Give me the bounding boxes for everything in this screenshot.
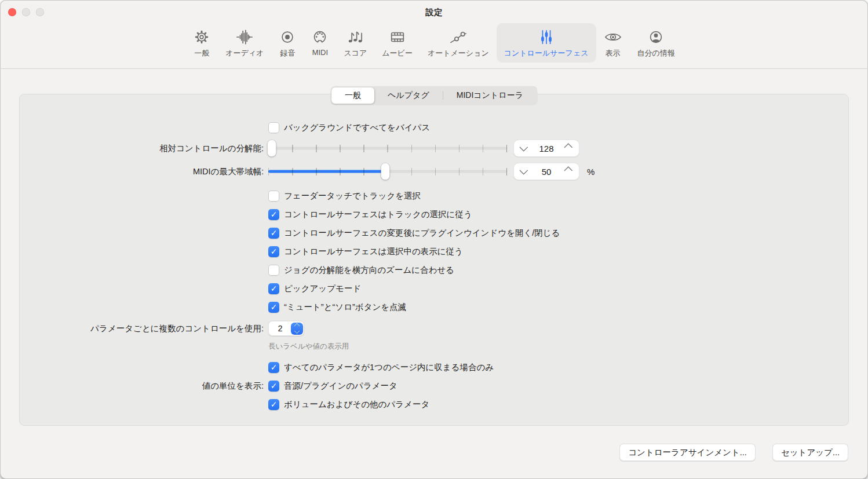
row-flash-mute-solo: ✓ “ミュート”と“ソロ”ボタンを点滅	[20, 298, 848, 316]
bandwidth-slider-thumb[interactable]	[381, 163, 389, 180]
check-icon: ✓	[271, 400, 278, 408]
tab-general[interactable]: 一般	[331, 87, 374, 104]
toolbar-item-score[interactable]: スコア	[336, 23, 374, 63]
check-icon: ✓	[271, 284, 278, 292]
toolbar-item-label: スコア	[344, 48, 367, 58]
check-icon: ✓	[271, 303, 278, 311]
row-units-volume: ✓ ボリュームおよびその他のパラメータ	[20, 395, 848, 414]
toolbar-item-label: コントロールサーフェス	[504, 48, 589, 58]
tab-bar: 一般 ヘルプタグ MIDIコントローラ	[331, 86, 537, 105]
settings-toolbar: 一般 オーディオ 録音	[0, 23, 868, 63]
midi-connector-icon	[311, 28, 329, 46]
row-plugin-window: ✓ コントロールサーフェスの変更後にプラグインウインドウを開く/閉じる	[20, 224, 848, 242]
gear-icon	[193, 28, 210, 46]
show-units-label: 値の単位を表示:	[20, 381, 264, 392]
bypass-label: バックグラウンドですべてをバイパス	[284, 122, 430, 133]
toolbar-item-my-info[interactable]: 自分の情報	[630, 23, 683, 63]
controller-assignments-button[interactable]: コントローラアサインメント...	[619, 444, 756, 461]
toolbar-item-label: 表示	[606, 48, 621, 58]
row-jog-resolution: ✓ ジョグの分解能を横方向のズームに合わせる	[20, 261, 848, 279]
tab-midi-controllers[interactable]: MIDIコントローラ	[443, 87, 537, 104]
general-tab-content: ✓ バックグラウンドですべてをバイパス 相対コントロールの分解能: 128	[20, 94, 848, 414]
flash-mute-solo-checkbox[interactable]: ✓	[268, 302, 279, 313]
bandwidth-value[interactable]: 50	[527, 167, 566, 177]
check-icon: ✓	[271, 382, 278, 390]
popup-updown-icon	[291, 323, 303, 335]
follow-view-checkbox[interactable]: ✓	[268, 246, 279, 257]
resolution-stepper[interactable]: 128	[513, 140, 579, 157]
toolbar-item-label: 一般	[194, 48, 209, 58]
toolbar-item-general[interactable]: 一般	[185, 23, 218, 63]
units-instrument-checkbox[interactable]: ✓	[268, 381, 279, 392]
waveform-icon	[236, 28, 253, 46]
record-icon	[279, 28, 296, 46]
eye-icon	[604, 28, 622, 46]
popup-value: 2	[269, 324, 291, 333]
toolbar-item-label: 録音	[280, 48, 295, 58]
bypass-checkbox[interactable]: ✓	[268, 122, 279, 133]
resolution-slider[interactable]	[268, 140, 507, 157]
toolbar-item-label: オーディオ	[225, 48, 264, 58]
plugin-window-checkbox[interactable]: ✓	[268, 228, 279, 239]
check-icon: ✓	[271, 210, 278, 218]
user-icon	[647, 28, 665, 46]
fit-one-page-checkbox[interactable]: ✓	[268, 362, 279, 373]
tab-help-tags[interactable]: ヘルプタグ	[374, 87, 443, 104]
toolbar-item-movie[interactable]: ムービー	[374, 23, 420, 63]
multiple-controls-helper: 長いラベルや値の表示用	[268, 342, 349, 352]
row-fader-touch: ✓ フェーダータッチでトラックを選択	[20, 187, 848, 205]
toolbar-item-control-surfaces[interactable]: コントロールサーフェス	[497, 23, 596, 63]
settings-window: 設定 一般	[0, 0, 868, 479]
check-icon: ✓	[271, 247, 278, 255]
bandwidth-label: MIDIの最大帯域幅:	[20, 166, 264, 177]
fader-touch-checkbox[interactable]: ✓	[268, 191, 279, 202]
toolbar-item-audio[interactable]: オーディオ	[218, 23, 271, 63]
row-fit-one-page: ✓ すべてのパラメータが1つのページ内に収まる場合のみ	[20, 358, 848, 376]
row-bandwidth: MIDIの最大帯域幅: 50 %	[20, 160, 848, 183]
pickup-mode-checkbox[interactable]: ✓	[268, 283, 279, 294]
row-units-instrument: 値の単位を表示: ✓ 音源/プラグインのパラメータ	[20, 376, 848, 395]
row-follow-view: ✓ コントロールサーフェスは選択中の表示に従う	[20, 242, 848, 261]
jog-resolution-checkbox[interactable]: ✓	[268, 265, 279, 276]
bandwidth-stepper[interactable]: 50	[513, 163, 579, 180]
row-pickup-mode: ✓ ピックアップモード	[20, 279, 848, 298]
sliders-icon	[538, 28, 555, 46]
automation-icon	[450, 28, 467, 46]
resolution-slider-thumb[interactable]	[268, 140, 276, 157]
slider-ticks	[268, 145, 507, 152]
multiple-controls-popup[interactable]: 2	[268, 321, 304, 336]
toolbar-item-automation[interactable]: オートメーション	[420, 23, 497, 63]
row-follow-track: ✓ コントロールサーフェスはトラックの選択に従う	[20, 205, 848, 224]
check-icon: ✓	[271, 363, 278, 371]
film-icon	[389, 28, 406, 46]
multiple-controls-label: パラメータごとに複数のコントロールを使用:	[20, 323, 264, 334]
resolution-label: 相対コントロールの分解能:	[20, 143, 264, 154]
row-resolution: 相対コントロールの分解能: 128	[20, 137, 848, 160]
bandwidth-unit: %	[587, 167, 595, 177]
check-icon: ✓	[271, 229, 278, 237]
toolbar-item-label: オートメーション	[428, 48, 489, 58]
toolbar-item-display[interactable]: 表示	[596, 23, 630, 63]
follow-track-checkbox[interactable]: ✓	[268, 209, 279, 220]
toolbar-divider	[0, 68, 868, 69]
window-title: 設定	[0, 7, 868, 18]
row-bypass: ✓ バックグラウンドですべてをバイパス	[20, 118, 848, 137]
toolbar-item-label: MIDI	[312, 48, 328, 57]
setup-button[interactable]: セットアップ...	[772, 444, 848, 461]
toolbar-item-recording[interactable]: 録音	[271, 23, 304, 63]
music-notes-icon	[347, 28, 364, 46]
footer-buttons: コントローラアサインメント... セットアップ...	[619, 444, 848, 461]
bandwidth-slider[interactable]	[268, 163, 507, 180]
toolbar-item-label: 自分の情報	[637, 48, 675, 58]
toolbar-item-label: ムービー	[382, 48, 413, 58]
row-multiple-controls: パラメータごとに複数のコントロールを使用: 2	[20, 319, 848, 338]
units-volume-checkbox[interactable]: ✓	[268, 399, 279, 410]
row-multiple-controls-helper: 長いラベルや値の表示用	[20, 341, 848, 352]
toolbar-item-midi[interactable]: MIDI	[304, 23, 336, 61]
resolution-value[interactable]: 128	[527, 144, 566, 153]
